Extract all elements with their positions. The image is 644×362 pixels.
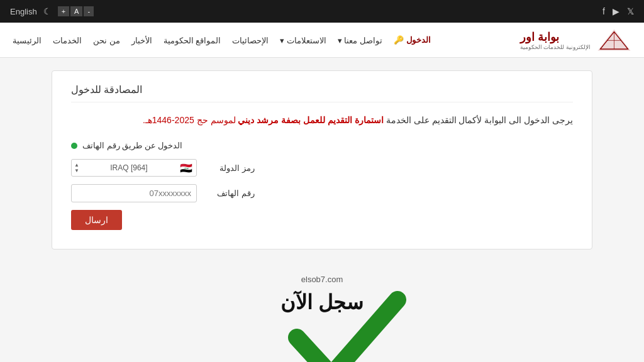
register-now-text: سجل الآن: [280, 290, 364, 314]
country-selector[interactable]: ▲ ▼ IRAQ [964] 🇮🇶: [71, 159, 197, 177]
nav-stats[interactable]: الإحصائيات: [232, 36, 269, 45]
logo-main-text: بوابة اور: [520, 30, 559, 44]
login-option: الدخول عن طريق رقم الهاتف: [71, 141, 573, 150]
logo-area: بوابة اور الإلكترونية للخدمات الحكومية: [520, 28, 631, 53]
logo-text: بوابة اور الإلكترونية للخدمات الحكومية: [520, 30, 591, 50]
facebook-icon[interactable]: f: [602, 6, 605, 16]
service-notice: يرجى الدخول الى البوابة لأكمال التقديم ع…: [71, 112, 573, 128]
nav-news[interactable]: الأخبار: [131, 36, 152, 45]
nav-home[interactable]: الرئيسية: [13, 36, 42, 45]
nav-gov-sites[interactable]: المواقع الحكومية: [164, 36, 221, 45]
checkmark-icon: [284, 275, 410, 362]
phone-input[interactable]: [72, 185, 196, 202]
phone-input-wrapper: [71, 184, 197, 202]
country-name: IRAQ [964]: [82, 160, 176, 176]
font-reset-button[interactable]: A: [70, 6, 82, 16]
top-bar-right: - A + ☾ English: [10, 6, 94, 16]
service-link[interactable]: استمارة التقديم للعمل بصفة مرشد ديني: [238, 115, 383, 125]
logo-pyramid-icon: [597, 28, 631, 53]
header: بوابة اور الإلكترونية للخدمات الحكومية ا…: [0, 23, 644, 58]
phone-row: رقم الهاتف: [71, 184, 573, 202]
theme-toggle-icon[interactable]: ☾: [43, 6, 52, 16]
country-label: رمز الدولة: [204, 163, 255, 173]
auth-card: المصادقة للدخول يرجى الدخول الى البوابة …: [52, 70, 592, 250]
social-links: 𝕏 ▶ f: [602, 6, 634, 16]
country-flag-icon: 🇮🇶: [176, 162, 196, 174]
submit-button[interactable]: ارسال: [71, 210, 122, 230]
phone-label: رقم الهاتف: [204, 189, 255, 198]
notice-text: يرجى الدخول الى البوابة لأكمال التقديم ع…: [386, 115, 573, 125]
language-button[interactable]: English: [10, 7, 37, 16]
watermark-text: elsob7.com: [301, 275, 343, 284]
nav-login[interactable]: الدخول 🔑: [394, 35, 431, 45]
nav-about[interactable]: من نحن: [93, 36, 120, 45]
nav-inquiries[interactable]: الاستعلامات ▾: [280, 36, 326, 45]
main-content: المصادقة للدخول يرجى الدخول الى البوابة …: [39, 70, 605, 362]
youtube-icon[interactable]: ▶: [613, 6, 619, 16]
login-option-label: الدخول عن طريق رقم الهاتف: [82, 141, 182, 150]
font-controls: - A +: [58, 6, 94, 16]
country-row: رمز الدولة ▲ ▼ IRAQ [964] 🇮🇶: [71, 159, 573, 177]
active-indicator: [71, 143, 77, 149]
country-arrows-icon[interactable]: ▲ ▼: [72, 162, 82, 173]
font-decrease-button[interactable]: -: [84, 6, 94, 16]
auth-card-title: المصادقة للدخول: [71, 84, 573, 102]
main-nav: الدخول 🔑 تواصل معنا ▾ الاستعلامات ▾ الإح…: [13, 35, 431, 46]
font-increase-button[interactable]: +: [58, 6, 69, 16]
bottom-section: elsob7.com سجل الآن: [52, 256, 592, 362]
logo-sub-text: الإلكترونية للخدمات الحكومية: [520, 44, 591, 50]
top-bar: 𝕏 ▶ f - A + ☾ English: [0, 0, 644, 23]
twitter-icon[interactable]: 𝕏: [627, 6, 634, 16]
nav-contact[interactable]: تواصل معنا ▾: [338, 36, 382, 45]
nav-services[interactable]: الخدمات: [53, 36, 82, 45]
season-text: لموسم حج 2025-1446هـ.: [143, 115, 236, 125]
